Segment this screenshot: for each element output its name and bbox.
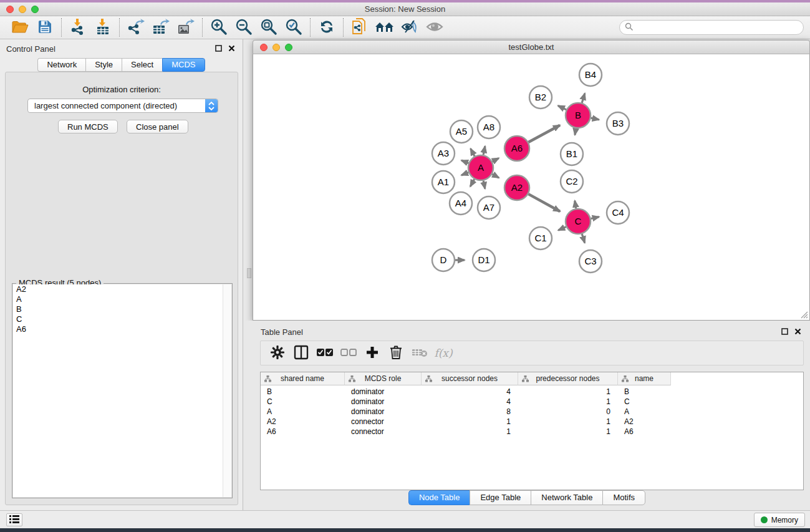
zoom-fit-button[interactable] xyxy=(256,17,281,37)
cell[interactable]: connector xyxy=(345,427,422,437)
column-header-predecessor-nodes[interactable]: predecessor nodes xyxy=(518,372,618,385)
cell[interactable]: dominator xyxy=(345,387,422,397)
edge-A2-C[interactable] xyxy=(528,194,560,211)
delete-column-button[interactable] xyxy=(385,344,407,362)
tab-network[interactable]: Network xyxy=(37,58,85,72)
mcds-result-list[interactable]: A2ABCA6 xyxy=(13,284,224,497)
cell[interactable]: A6 xyxy=(261,427,345,437)
cell[interactable]: 4 xyxy=(422,397,518,407)
cell[interactable]: 8 xyxy=(422,407,518,417)
window-resize-grip[interactable] xyxy=(799,310,808,319)
show-graphics-details-button[interactable] xyxy=(397,17,422,37)
cell[interactable]: B xyxy=(618,387,671,397)
optimization-criterion-select[interactable]: largest connected component (directed) xyxy=(27,99,218,113)
column-header-shared-name[interactable]: shared name xyxy=(261,372,345,385)
cell[interactable]: 1 xyxy=(422,417,518,427)
column-visibility-button[interactable] xyxy=(291,344,312,362)
network-canvas[interactable]: B4B2BB3A5A8A6A3AB1A1A2C2A4A7C4C1CC3DD1 xyxy=(253,54,810,321)
column-header-MCDS-role[interactable]: MCDS role xyxy=(345,372,422,385)
birds-eye-view-button[interactable] xyxy=(422,17,447,37)
zoom-out-button[interactable] xyxy=(231,17,256,37)
export-table-button[interactable] xyxy=(148,17,173,37)
export-image-button[interactable] xyxy=(173,17,198,37)
edge-A-A7[interactable] xyxy=(483,181,485,189)
cell[interactable]: C xyxy=(261,397,345,407)
edge-C-C1[interactable] xyxy=(558,227,566,231)
cell[interactable]: B xyxy=(261,387,345,397)
float-panel-icon[interactable] xyxy=(781,327,788,337)
cell[interactable]: dominator xyxy=(345,397,422,407)
table-row[interactable]: Adominator80A xyxy=(261,407,803,417)
cell[interactable]: A xyxy=(618,407,671,417)
search-input[interactable] xyxy=(634,21,803,34)
table-row[interactable]: Bdominator41B xyxy=(261,387,803,397)
export-network-button[interactable] xyxy=(123,17,148,37)
edge-B-B4[interactable] xyxy=(582,94,585,103)
cell[interactable]: 1 xyxy=(422,427,518,437)
network-graph[interactable]: B4B2BB3A5A8A6A3AB1A1A2C2A4A7C4C1CC3DD1 xyxy=(253,54,809,319)
open-file-button[interactable] xyxy=(7,17,32,37)
result-item[interactable]: A xyxy=(13,294,224,304)
table-row[interactable]: A6connector11A6 xyxy=(261,427,803,437)
deselect-all-rows-button[interactable] xyxy=(338,344,359,362)
cell[interactable]: A2 xyxy=(261,417,345,427)
edge-A-A3[interactable] xyxy=(461,160,468,163)
cell[interactable]: 1 xyxy=(518,397,618,407)
table-row[interactable]: A2connector11A2 xyxy=(261,417,803,427)
result-item[interactable]: C xyxy=(13,314,224,324)
run-mcds-button[interactable]: Run MCDS xyxy=(58,120,118,133)
tab-style[interactable]: Style xyxy=(85,58,122,72)
import-network-button[interactable] xyxy=(65,17,90,37)
zoom-traffic-light[interactable] xyxy=(31,6,39,13)
close-panel-icon[interactable] xyxy=(794,327,801,337)
tab-mcds[interactable]: MCDS xyxy=(162,58,205,72)
cell[interactable]: 0 xyxy=(518,407,618,417)
edge-C-C4[interactable] xyxy=(591,217,599,219)
edge-A-A8[interactable] xyxy=(483,146,485,155)
close-panel-icon[interactable] xyxy=(228,44,235,54)
close-traffic-light[interactable] xyxy=(6,6,14,13)
tab-node-table[interactable]: Node Table xyxy=(408,490,470,505)
vertical-split-handle[interactable] xyxy=(247,268,251,278)
network-window-titlebar[interactable]: testGlobe.txt xyxy=(253,40,810,54)
tab-network-table[interactable]: Network Table xyxy=(531,490,602,505)
table-row[interactable]: Cdominator41C xyxy=(261,397,803,407)
cell[interactable]: A xyxy=(261,407,345,417)
result-item[interactable]: A6 xyxy=(13,324,224,334)
memory-button[interactable]: Memory xyxy=(754,513,805,527)
new-network-from-selection-button[interactable] xyxy=(347,17,372,37)
select-all-rows-button[interactable] xyxy=(314,344,335,362)
column-header-name[interactable]: name xyxy=(618,372,671,385)
column-header-successor-nodes[interactable]: successor nodes xyxy=(422,372,518,385)
search-field[interactable] xyxy=(619,20,804,35)
edge-C-C2[interactable] xyxy=(575,201,576,209)
cell[interactable]: C xyxy=(618,397,671,407)
result-list-scrollbar[interactable] xyxy=(223,284,231,497)
cell[interactable]: dominator xyxy=(345,407,422,417)
edge-A-A5[interactable] xyxy=(471,148,475,156)
edge-B-B1[interactable] xyxy=(575,128,576,135)
minimize-traffic-light[interactable] xyxy=(19,6,26,13)
edge-B-B3[interactable] xyxy=(591,118,599,120)
tab-motifs[interactable]: Motifs xyxy=(602,490,645,505)
close-panel-button[interactable]: Close panel xyxy=(127,120,188,133)
edge-A-A4[interactable] xyxy=(470,179,475,186)
function-builder-button[interactable]: f(x) xyxy=(433,344,454,362)
refresh-button[interactable] xyxy=(314,17,339,37)
cell[interactable]: connector xyxy=(345,417,422,427)
import-table-button[interactable] xyxy=(90,17,115,37)
tab-edge-table[interactable]: Edge Table xyxy=(470,490,531,505)
edge-A-A6[interactable] xyxy=(493,158,499,162)
add-column-button[interactable] xyxy=(362,344,383,362)
zoom-in-button[interactable] xyxy=(206,17,231,37)
close-traffic-light[interactable] xyxy=(260,44,268,51)
edge-A-A1[interactable] xyxy=(461,173,468,175)
task-history-button[interactable] xyxy=(6,513,22,526)
delete-table-button[interactable] xyxy=(409,344,430,362)
edge-A-A2[interactable] xyxy=(492,174,499,178)
save-session-button[interactable] xyxy=(32,17,57,37)
table-settings-button[interactable] xyxy=(267,344,288,362)
edge-B-B2[interactable] xyxy=(558,105,566,109)
cell[interactable]: A6 xyxy=(618,427,671,437)
cell[interactable]: 1 xyxy=(518,417,618,427)
